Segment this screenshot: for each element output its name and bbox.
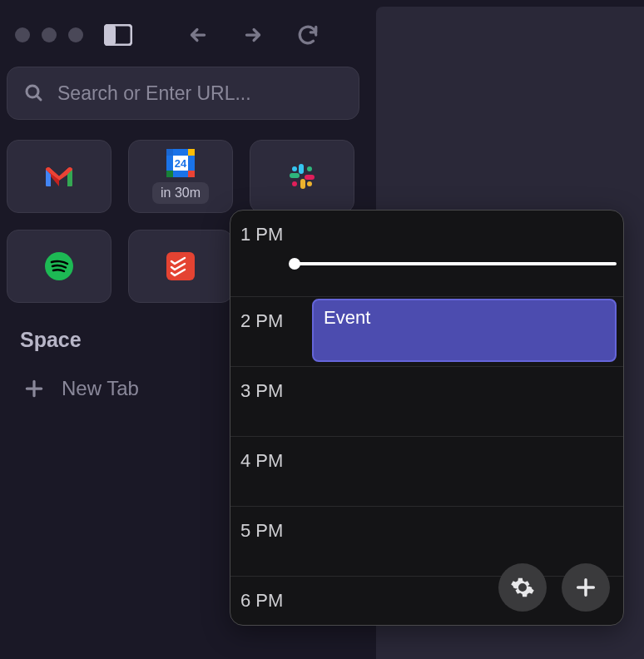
plus-icon	[574, 576, 597, 599]
window-zoom-button[interactable]	[68, 27, 83, 42]
window-controls	[15, 27, 83, 42]
url-search-input[interactable]	[57, 82, 342, 105]
reload-icon	[297, 24, 319, 46]
slack-icon	[288, 162, 316, 191]
svg-rect-10	[188, 149, 195, 156]
plus-icon	[23, 378, 45, 399]
back-button[interactable]	[183, 20, 213, 50]
calendar-event[interactable]: Event	[312, 299, 617, 362]
calendar-actions	[498, 563, 610, 612]
reload-button[interactable]	[293, 20, 323, 50]
window-close-button[interactable]	[15, 27, 30, 42]
sidebar-toggle-button[interactable]	[103, 23, 133, 47]
calendar-row-2pm[interactable]: 2 PM Event	[230, 297, 623, 367]
gmail-icon	[44, 165, 74, 188]
svg-rect-8	[166, 149, 173, 156]
svg-rect-15	[300, 179, 305, 189]
arrow-left-icon	[187, 24, 209, 46]
pinned-app-slack[interactable]	[250, 140, 354, 213]
google-calendar-icon: 24	[166, 149, 195, 177]
svg-rect-16	[305, 175, 315, 180]
svg-point-19	[307, 181, 312, 186]
svg-rect-14	[290, 173, 300, 178]
pinned-app-spotify[interactable]	[7, 230, 111, 303]
search-icon	[24, 83, 44, 103]
time-label: 6 PM	[230, 577, 310, 626]
svg-rect-9	[188, 171, 195, 177]
current-time-dot	[289, 258, 300, 270]
svg-rect-1	[105, 25, 116, 45]
arrow-right-icon	[242, 24, 264, 46]
time-label: 2 PM	[230, 297, 310, 366]
time-label: 4 PM	[230, 437, 310, 506]
current-time-line	[294, 262, 617, 265]
gear-icon	[510, 575, 535, 600]
calendar-popover[interactable]: 1 PM 2 PM Event 3 PM 4 PM 5 PM 6 PM	[230, 210, 624, 626]
calendar-settings-button[interactable]	[498, 563, 547, 612]
calendar-add-button[interactable]	[562, 563, 610, 612]
calendar-row-1pm[interactable]: 1 PM	[230, 211, 623, 297]
todoist-icon	[166, 252, 195, 280]
pinned-app-gmail[interactable]	[7, 140, 111, 213]
calendar-row-4pm[interactable]: 4 PM	[230, 437, 623, 507]
time-label: 3 PM	[230, 367, 310, 436]
svg-point-17	[292, 166, 297, 171]
pinned-app-calendar[interactable]: 24 in 30m	[128, 140, 233, 213]
new-tab-label: New Tab	[62, 377, 139, 400]
calendar-row-3pm[interactable]: 3 PM	[230, 367, 623, 437]
spotify-icon	[44, 251, 74, 281]
svg-rect-11	[166, 171, 173, 177]
svg-point-18	[307, 166, 312, 171]
time-label: 1 PM	[230, 211, 310, 296]
titlebar	[0, 0, 366, 58]
svg-rect-13	[299, 164, 304, 174]
event-title: Event	[324, 307, 370, 328]
window-minimize-button[interactable]	[42, 27, 57, 42]
svg-point-20	[292, 181, 297, 186]
pinned-app-todoist[interactable]	[128, 230, 233, 303]
forward-button[interactable]	[238, 20, 268, 50]
sidebar-icon	[104, 24, 132, 46]
url-search-box[interactable]	[7, 67, 359, 120]
calendar-badge: in 30m	[152, 182, 209, 204]
time-label: 5 PM	[230, 507, 310, 576]
svg-text:24: 24	[175, 157, 187, 170]
